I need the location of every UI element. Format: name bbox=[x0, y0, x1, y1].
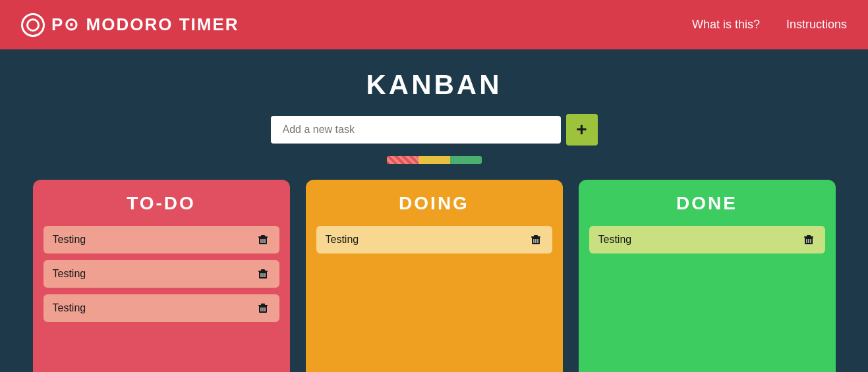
column-done-title: DONE bbox=[589, 193, 825, 214]
trash-icon bbox=[258, 234, 268, 245]
nav-instructions[interactable]: Instructions bbox=[786, 18, 847, 32]
task-card: Testing bbox=[589, 226, 825, 253]
trash-icon bbox=[531, 234, 540, 245]
trash-icon bbox=[258, 269, 268, 279]
kanban-board: TO-DO Testing Testing bbox=[13, 180, 855, 372]
add-task-button[interactable]: + bbox=[566, 114, 598, 146]
page-title: KANBAN bbox=[13, 69, 855, 101]
delete-task-button[interactable] bbox=[529, 234, 543, 245]
new-task-input[interactable] bbox=[271, 116, 561, 144]
delete-task-button[interactable] bbox=[801, 234, 816, 245]
legend-done-color bbox=[450, 156, 482, 164]
logo-icon bbox=[21, 13, 45, 37]
task-text: Testing bbox=[53, 268, 256, 280]
task-card: Testing bbox=[43, 294, 279, 322]
delete-task-button[interactable] bbox=[256, 303, 270, 313]
svg-rect-2 bbox=[258, 236, 268, 238]
task-text: Testing bbox=[53, 302, 256, 314]
column-doing-title: DOING bbox=[316, 193, 552, 214]
task-card: Testing bbox=[43, 226, 279, 253]
logo-text: P⊙ MODORO TIMER bbox=[51, 14, 239, 35]
svg-rect-14 bbox=[258, 305, 268, 306]
task-card: Testing bbox=[316, 226, 552, 253]
column-done: DONE Testing bbox=[579, 180, 836, 372]
color-legend bbox=[13, 156, 855, 164]
nav-what-is-this[interactable]: What is this? bbox=[692, 18, 760, 32]
delete-task-button[interactable] bbox=[256, 269, 270, 279]
column-doing: DOING Testing bbox=[306, 180, 563, 372]
task-input-row: + bbox=[13, 114, 855, 146]
app-header: P⊙ MODORO TIMER What is this? Instructio… bbox=[0, 0, 868, 49]
task-text: Testing bbox=[53, 234, 256, 246]
svg-rect-8 bbox=[258, 271, 268, 272]
column-todo-title: TO-DO bbox=[43, 193, 279, 214]
legend-todo-color bbox=[387, 156, 419, 164]
legend-doing-color bbox=[419, 156, 450, 164]
task-text: Testing bbox=[326, 234, 529, 246]
svg-rect-26 bbox=[804, 236, 813, 238]
svg-rect-20 bbox=[531, 236, 540, 238]
trash-icon bbox=[804, 234, 813, 245]
main-content: KANBAN + TO-DO Testing bbox=[0, 49, 868, 372]
main-nav: What is this? Instructions bbox=[692, 18, 847, 32]
task-card: Testing bbox=[43, 260, 279, 288]
task-text: Testing bbox=[598, 234, 801, 246]
delete-task-button[interactable] bbox=[256, 234, 270, 245]
logo[interactable]: P⊙ MODORO TIMER bbox=[21, 13, 239, 37]
trash-icon bbox=[258, 303, 268, 313]
column-todo: TO-DO Testing Testing bbox=[33, 180, 290, 372]
